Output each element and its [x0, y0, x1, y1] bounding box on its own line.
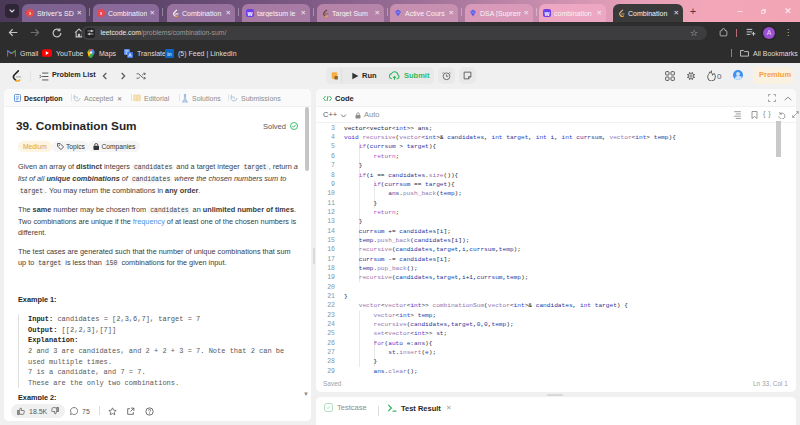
- svg-text:in: in: [167, 50, 171, 56]
